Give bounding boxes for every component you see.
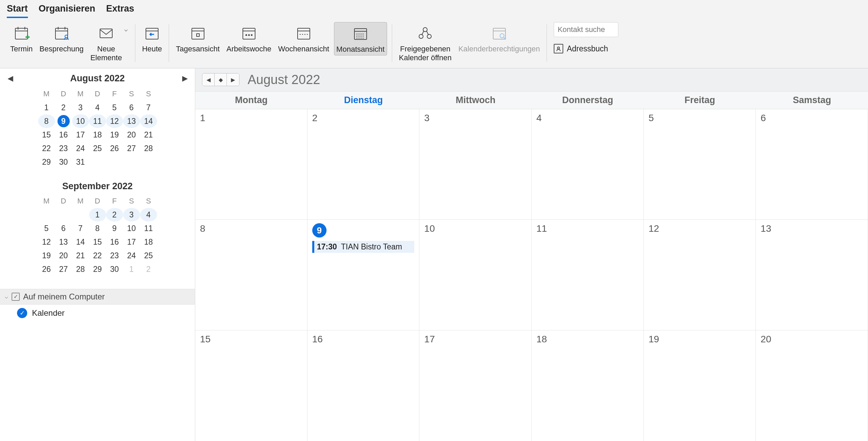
month-cell[interactable]: 17 <box>419 330 532 441</box>
mini-day[interactable]: 29 <box>89 262 106 276</box>
sidebar-calendar-item[interactable]: ✓ Kalender <box>0 305 195 322</box>
mini-day[interactable]: 3 <box>72 101 89 114</box>
mini-day[interactable]: 23 <box>106 249 123 262</box>
tab-extras[interactable]: Extras <box>106 3 134 18</box>
mini-day[interactable]: 28 <box>72 262 89 276</box>
sidebar-section-computer[interactable]: ⌵ ✓ Auf meinem Computer <box>0 289 195 305</box>
besprechung-button[interactable]: Besprechung <box>37 22 86 55</box>
mini-day[interactable]: 2 <box>55 101 72 114</box>
month-cell[interactable]: 5 <box>644 109 756 220</box>
mini-day[interactable]: 16 <box>55 128 72 142</box>
chevron-down-icon[interactable]: ⌵ <box>124 26 130 33</box>
mini-day[interactable]: 17 <box>123 235 140 249</box>
mini-day[interactable]: 19 <box>38 249 55 262</box>
mini-day[interactable]: 6 <box>123 101 140 114</box>
month-cell[interactable]: 2 <box>307 109 420 220</box>
mini-day[interactable]: 3 <box>123 208 140 222</box>
mini-day[interactable]: 24 <box>123 249 140 262</box>
mini-day[interactable]: 10 <box>123 222 140 235</box>
mini-day[interactable]: 14 <box>140 114 157 128</box>
mini-day[interactable]: 4 <box>140 208 157 222</box>
monatsansicht-button[interactable]: Monatsansicht <box>334 22 387 55</box>
mini-day[interactable]: 7 <box>72 222 89 235</box>
month-cell[interactable]: 1 <box>195 109 307 220</box>
month-cell[interactable]: 917:30TIAN Bistro Team <box>307 220 420 330</box>
mini-day[interactable]: 8 <box>89 222 106 235</box>
mini-day[interactable]: 25 <box>89 142 106 155</box>
month-cell[interactable]: 11 <box>532 220 644 330</box>
mini-day[interactable]: 16 <box>106 235 123 249</box>
month-cell[interactable]: 15 <box>195 330 307 441</box>
mini-day[interactable]: 5 <box>38 222 55 235</box>
mini-day[interactable]: 9 <box>106 222 123 235</box>
month-cell[interactable]: 16 <box>307 330 420 441</box>
mini-day[interactable]: 27 <box>55 262 72 276</box>
neue-elemente-button[interactable]: Neue Elemente <box>88 22 124 64</box>
mini-day[interactable]: 1 <box>38 101 55 114</box>
mini-day[interactable]: 20 <box>55 249 72 262</box>
month-cell[interactable]: 10 <box>419 220 532 330</box>
heute-button[interactable]: Heute <box>140 22 164 55</box>
mini-day[interactable]: 6 <box>55 222 72 235</box>
mini-day[interactable]: 31 <box>72 155 89 169</box>
mini-day[interactable]: 29 <box>38 155 55 169</box>
section-checkbox[interactable]: ✓ <box>12 293 20 301</box>
month-cell[interactable]: 6 <box>756 109 868 220</box>
tagesansicht-button[interactable]: Tagesansicht <box>174 22 221 55</box>
mini-day-other[interactable]: 1 <box>123 262 140 276</box>
mini-day[interactable]: 15 <box>89 235 106 249</box>
mini-day[interactable]: 14 <box>72 235 89 249</box>
mini-day[interactable]: 27 <box>123 142 140 155</box>
calendar-event[interactable]: 17:30TIAN Bistro Team <box>312 241 415 253</box>
tab-organisieren[interactable]: Organisieren <box>39 3 96 18</box>
mini-day[interactable]: 8 <box>38 114 55 128</box>
month-cell[interactable]: 8 <box>195 220 307 330</box>
mini-day[interactable]: 4 <box>89 101 106 114</box>
mini-day[interactable]: 23 <box>55 142 72 155</box>
termin-button[interactable]: Termin <box>8 22 35 55</box>
mini-day[interactable]: 13 <box>123 114 140 128</box>
nav-today-button[interactable]: ◆ <box>215 74 227 86</box>
mini-day[interactable]: 25 <box>140 249 157 262</box>
mini-day[interactable]: 7 <box>140 101 157 114</box>
month-cell[interactable]: 20 <box>756 330 868 441</box>
mini-day[interactable]: 12 <box>38 235 55 249</box>
mini-day[interactable]: 28 <box>140 142 157 155</box>
month-cell[interactable]: 3 <box>419 109 532 220</box>
mini-prev-button[interactable]: ◀ <box>6 74 14 82</box>
month-cell[interactable]: 12 <box>644 220 756 330</box>
month-cell[interactable]: 13 <box>756 220 868 330</box>
mini-day[interactable]: 18 <box>89 128 106 142</box>
arbeitswoche-button[interactable]: Arbeitswoche <box>224 22 273 55</box>
month-cell[interactable]: 19 <box>644 330 756 441</box>
nav-prev-button[interactable]: ◀ <box>202 74 215 86</box>
nav-next-button[interactable]: ▶ <box>227 74 239 86</box>
month-cell[interactable]: 4 <box>532 109 644 220</box>
mini-day[interactable]: 18 <box>140 235 157 249</box>
mini-day[interactable]: 24 <box>72 142 89 155</box>
mini-day[interactable]: 2 <box>106 208 123 222</box>
mini-day[interactable]: 22 <box>38 142 55 155</box>
contact-search-input[interactable] <box>554 22 618 37</box>
tab-start[interactable]: Start <box>7 3 28 18</box>
mini-day[interactable]: 26 <box>106 142 123 155</box>
mini-day[interactable]: 12 <box>106 114 123 128</box>
mini-day[interactable]: 13 <box>55 235 72 249</box>
freigegebenen-button[interactable]: Freigegebenen Kalender öffnen <box>397 22 454 64</box>
mini-day[interactable]: 9 <box>57 115 70 127</box>
adressbuch-button[interactable]: Adressbuch <box>554 44 618 53</box>
mini-day[interactable]: 21 <box>140 128 157 142</box>
mini-next-button[interactable]: ▶ <box>181 74 189 82</box>
mini-day[interactable]: 15 <box>38 128 55 142</box>
mini-day[interactable]: 26 <box>38 262 55 276</box>
mini-day[interactable]: 30 <box>55 155 72 169</box>
mini-day[interactable]: 20 <box>123 128 140 142</box>
mini-day[interactable]: 10 <box>72 114 89 128</box>
mini-day[interactable]: 22 <box>89 249 106 262</box>
mini-day[interactable]: 21 <box>72 249 89 262</box>
month-cell[interactable]: 18 <box>532 330 644 441</box>
mini-day[interactable]: 19 <box>106 128 123 142</box>
mini-day[interactable]: 30 <box>106 262 123 276</box>
wochenansicht-button[interactable]: Wochenansicht <box>276 22 331 55</box>
mini-day-other[interactable]: 2 <box>140 262 157 276</box>
